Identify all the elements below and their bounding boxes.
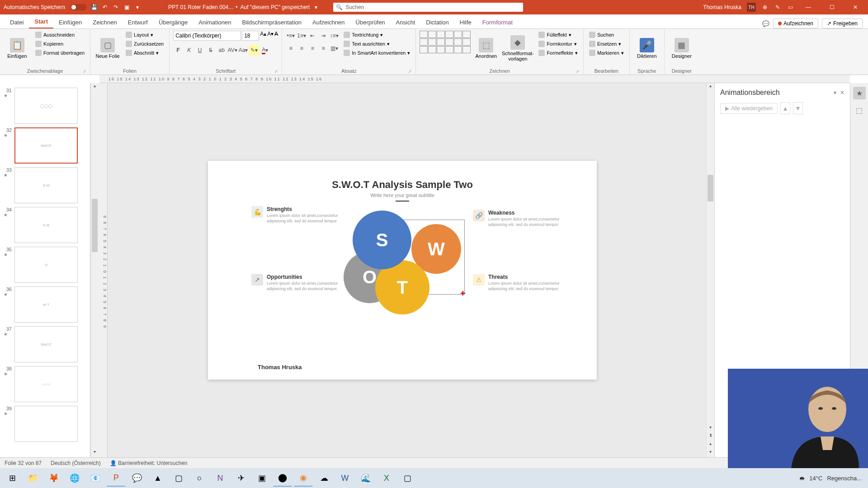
font-launcher[interactable]: ⤢	[274, 69, 278, 74]
app-icon-6[interactable]: ☁	[315, 469, 334, 487]
selection-tab-icon[interactable]: ⬚	[853, 104, 866, 117]
tab-entwurf[interactable]: Entwurf	[123, 16, 153, 28]
swot-s-circle[interactable]: S	[353, 211, 411, 269]
draw-launcher[interactable]: ⤢	[576, 69, 580, 74]
search-box[interactable]: 🔍 Suchen	[333, 3, 523, 12]
canvas-scrollbar[interactable]: ▴▾⬍▴▾	[706, 83, 714, 457]
select-button[interactable]: Markieren ▾	[587, 49, 626, 57]
shape-outline-button[interactable]: Formkontur ▾	[537, 40, 580, 48]
record-button[interactable]: Aufzeichnen	[773, 19, 818, 28]
share-button[interactable]: ↗Freigeben	[822, 19, 863, 28]
maximize-button[interactable]: ☐	[823, 0, 841, 14]
cut-button[interactable]: Ausschneiden	[33, 31, 86, 39]
move-up-button[interactable]: ▴	[780, 102, 790, 114]
text-direction-button[interactable]: Textrichtung ▾	[342, 31, 412, 39]
move-down-button[interactable]: ▾	[793, 102, 803, 114]
tab-hilfe[interactable]: Hilfe	[454, 16, 477, 28]
numbering-button[interactable]: 1≡▾	[297, 31, 307, 41]
play-all-button[interactable]: ▶Alle wiedergeben	[720, 103, 778, 114]
user-name[interactable]: Thomas Hruska	[703, 4, 741, 10]
underline-button[interactable]: U	[195, 45, 205, 55]
edge-icon[interactable]: 🌊	[356, 469, 375, 487]
slide-title[interactable]: S.W.O.T Analysis Sample Two	[235, 179, 570, 191]
align-left-button[interactable]: ≡	[286, 43, 296, 53]
dictate-button[interactable]: 🎤Diktieren	[633, 31, 660, 66]
swot-diagram[interactable]: S W O T +	[344, 211, 461, 314]
window-icon[interactable]: ▭	[787, 4, 794, 11]
tab-uebergaenge[interactable]: Übergänge	[153, 16, 193, 28]
animation-tab-icon[interactable]: ★	[853, 87, 866, 99]
replace-button[interactable]: Ersetzen ▾	[587, 40, 626, 48]
present-icon[interactable]: ▣	[123, 4, 130, 11]
tab-start[interactable]: Start	[29, 15, 53, 28]
reset-button[interactable]: Zurücksetzen	[124, 40, 165, 48]
font-color-button[interactable]: A▾	[260, 45, 270, 55]
smartart-button[interactable]: In SmartArt konvertieren ▾	[342, 49, 412, 57]
threats-block[interactable]: ⚠ Threats Lorem ipsum dolor sit amet,con…	[488, 274, 570, 291]
canvas-area[interactable]: 9 8 7 6 5 4 3 2 1 0 1 2 3 4 5 6 7 8 9 S.…	[99, 83, 706, 457]
strike-button[interactable]: S̶	[206, 45, 216, 55]
grow-font-button[interactable]: A▴	[260, 31, 266, 41]
new-slide-button[interactable]: ▢Neue Folie	[94, 31, 121, 66]
tab-datei[interactable]: Datei	[5, 16, 29, 28]
minimize-button[interactable]: —	[799, 0, 817, 14]
autosave-toggle[interactable]	[71, 4, 87, 10]
explorer-icon[interactable]: 📁	[24, 469, 42, 487]
redo-icon[interactable]: ↷	[112, 4, 119, 11]
app-icon-7[interactable]: ▢	[398, 469, 417, 487]
app-icon-4[interactable]: ▣	[252, 469, 271, 487]
app-icon-3[interactable]: ○	[190, 469, 209, 487]
firefox-icon[interactable]: 🦊	[44, 469, 63, 487]
chrome-icon[interactable]: 🌐	[65, 469, 84, 487]
temperature[interactable]: 14°C	[809, 475, 822, 482]
shapes-gallery[interactable]	[420, 31, 471, 53]
tab-aufzeichnen[interactable]: Aufzeichnen	[307, 16, 350, 28]
font-name-input[interactable]	[173, 31, 241, 41]
align-right-button[interactable]: ≡	[307, 43, 317, 53]
paste-button[interactable]: 📋Einfügen	[4, 31, 31, 66]
comments-icon[interactable]: 💬	[762, 20, 769, 27]
tab-dictation[interactable]: Dictation	[420, 16, 454, 28]
tab-bildschirmpraesentation[interactable]: Bildschirmpräsentation	[236, 16, 307, 28]
author-name[interactable]: Thomas Hruska	[258, 364, 302, 371]
save-icon[interactable]: 💾	[90, 4, 98, 11]
app-icon-2[interactable]: ▢	[169, 469, 188, 487]
language-indicator[interactable]: Deutsch (Österreich)	[51, 460, 101, 466]
highlight-button[interactable]: ✎▾	[249, 45, 259, 55]
bold-button[interactable]: F	[173, 45, 183, 55]
designer-button[interactable]: ▦Designer	[668, 31, 695, 66]
indent-dec-button[interactable]: ⇤	[307, 31, 317, 41]
slide-counter[interactable]: Folie 32 von 87	[5, 460, 42, 466]
align-center-button[interactable]: ≡	[297, 43, 307, 53]
tab-einfuegen[interactable]: Einfügen	[53, 16, 87, 28]
excel-icon[interactable]: X	[377, 469, 396, 487]
undo-icon[interactable]: ↶	[101, 4, 108, 11]
close-button[interactable]: ✕	[846, 0, 864, 14]
start-button[interactable]: ⊞	[3, 469, 22, 487]
weather-icon[interactable]: 🌧	[799, 475, 805, 482]
copy-button[interactable]: Kopieren	[33, 40, 86, 48]
tab-ueberpruefen[interactable]: Überprüfen	[350, 16, 391, 28]
section-button[interactable]: Abschnitt ▾	[124, 49, 165, 57]
slide-thumbnail-panel[interactable]: 31★◯◯◯ 32★SWOT 33★S W 34★S W 35★O 36★W T…	[0, 83, 90, 457]
find-button[interactable]: Suchen	[587, 31, 626, 39]
weakness-block[interactable]: 🔗 Weakness Lorem ipsum dolor sit amet,co…	[488, 210, 570, 227]
indent-inc-button[interactable]: ⇥	[318, 31, 328, 41]
case-button[interactable]: Aa▾	[238, 45, 248, 55]
vlc-icon[interactable]: ▲	[148, 469, 167, 487]
spacing-button[interactable]: AV▾	[227, 45, 237, 55]
accessibility-checker[interactable]: 👤 Barrierefreiheit: Untersuchen	[110, 460, 188, 466]
obs-icon[interactable]: ⬤	[273, 469, 292, 487]
layout-button[interactable]: Layout ▾	[124, 31, 165, 39]
opportunities-block[interactable]: ↗ Opportunities Lorem ipsum dolor sit am…	[267, 274, 348, 291]
slide-canvas[interactable]: S.W.O.T Analysis Sample Two Write here y…	[208, 161, 597, 380]
word-icon[interactable]: W	[335, 469, 354, 487]
app-icon-5[interactable]: ◉	[294, 469, 313, 487]
line-spacing-button[interactable]: ↕≡▾	[329, 31, 339, 41]
bullets-button[interactable]: •≡▾	[286, 31, 296, 41]
powerpoint-icon[interactable]: P	[107, 469, 126, 487]
shape-fill-button[interactable]: Fülleffekt ▾	[537, 31, 580, 39]
tab-animationen[interactable]: Animationen	[193, 16, 236, 28]
font-size-input[interactable]	[242, 31, 259, 41]
onenote-icon[interactable]: N	[211, 469, 230, 487]
